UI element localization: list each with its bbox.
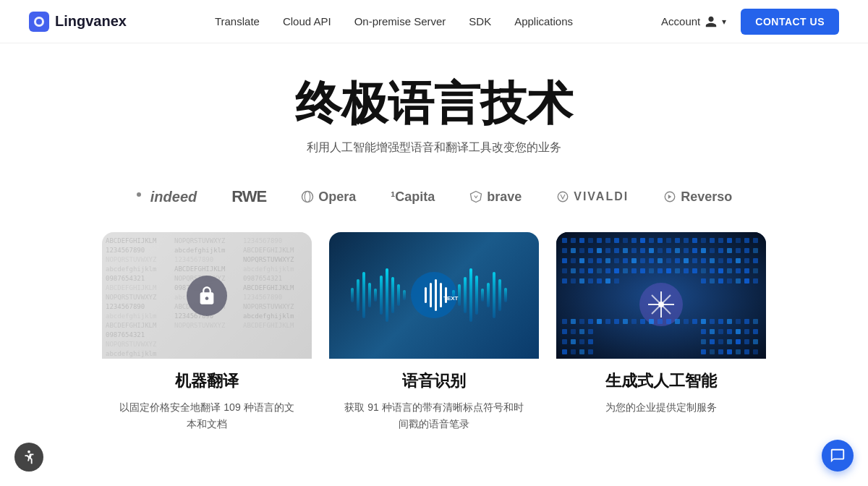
- contact-us-button[interactable]: CONTACT US: [741, 9, 839, 35]
- svg-text:ABCDEFGHIJKLM: ABCDEFGHIJKLM: [243, 322, 294, 329]
- svg-rect-85: [684, 238, 689, 243]
- svg-rect-56: [464, 277, 467, 313]
- svg-rect-225: [579, 349, 584, 354]
- svg-rect-114: [736, 248, 741, 253]
- svg-rect-51: [397, 284, 400, 306]
- svg-text:NOPQRSTUVWXYZ: NOPQRSTUVWXYZ: [174, 237, 226, 244]
- feature-cards: ABCDEFGHIJKLM 1234567890 NOPQRSTUVWXYZ a…: [0, 221, 868, 435]
- brave-icon: [469, 190, 482, 203]
- svg-rect-61: [493, 272, 495, 318]
- nav-on-premise[interactable]: On-premise Server: [354, 15, 446, 27]
- svg-rect-179: [571, 319, 576, 324]
- svg-rect-173: [718, 278, 723, 284]
- svg-rect-71: [562, 238, 567, 243]
- svg-rect-232: [744, 349, 749, 354]
- svg-rect-117: [562, 258, 567, 263]
- chat-bubble-button[interactable]: [822, 440, 854, 472]
- svg-rect-116: [753, 248, 758, 253]
- svg-rect-207: [718, 329, 723, 334]
- card-ai-desc: 为您的企业提供定制服务: [571, 399, 752, 415]
- svg-rect-67: [440, 283, 442, 307]
- svg-rect-196: [718, 319, 723, 324]
- svg-rect-205: [701, 329, 706, 334]
- svg-text:NOPQRSTUVWXYZ: NOPQRSTUVWXYZ: [174, 322, 226, 329]
- svg-rect-78: [623, 238, 628, 243]
- logo[interactable]: Lingvanex: [29, 12, 127, 32]
- svg-rect-132: [692, 258, 697, 263]
- waveform-svg: TEXT: [329, 232, 539, 359]
- svg-rect-92: [744, 238, 749, 243]
- card-translate-body: 机器翻译 以固定价格安全地翻译 109 种语言的文本和文档: [102, 359, 312, 435]
- svg-rect-90: [727, 238, 732, 243]
- logo-brave: brave: [469, 189, 522, 205]
- svg-text:ABCDEFGHIJKLM: ABCDEFGHIJKLM: [106, 284, 157, 291]
- svg-rect-165: [571, 278, 576, 284]
- ai-grid-svg: dots grid: [556, 232, 766, 359]
- svg-rect-115: [744, 248, 749, 253]
- svg-rect-120: [588, 258, 593, 263]
- svg-rect-86: [692, 238, 697, 243]
- svg-text:NOPQRSTUVWXYZ: NOPQRSTUVWXYZ: [243, 256, 294, 263]
- svg-rect-221: [744, 339, 749, 344]
- svg-rect-122: [605, 258, 610, 263]
- logo-text: Lingvanex: [55, 13, 127, 30]
- logo-vivaldi: VIVALDI: [556, 190, 629, 203]
- card-translate-image: ABCDEFGHIJKLM 1234567890 NOPQRSTUVWXYZ a…: [102, 232, 312, 359]
- svg-rect-104: [649, 248, 654, 253]
- svg-text:abcdefghijklm: abcdefghijklm: [106, 312, 156, 320]
- svg-rect-44: [357, 279, 359, 311]
- svg-rect-168: [597, 278, 602, 284]
- svg-rect-129: [666, 258, 671, 263]
- svg-rect-81: [649, 238, 654, 243]
- svg-text:ABCDEFGHIJKLM: ABCDEFGHIJKLM: [106, 322, 157, 329]
- svg-rect-45: [362, 272, 365, 318]
- svg-rect-119: [579, 258, 584, 263]
- svg-rect-233: [753, 349, 758, 354]
- svg-point-239: [27, 451, 30, 453]
- svg-rect-227: [701, 349, 706, 354]
- svg-rect-176: [744, 278, 749, 284]
- svg-rect-99: [605, 248, 610, 253]
- svg-rect-174: [727, 278, 732, 284]
- card-translate-title: 机器翻译: [116, 370, 297, 392]
- svg-rect-145: [605, 268, 610, 273]
- accessibility-button[interactable]: [14, 443, 43, 472]
- nav-links: Translate Cloud API On-premise Server SD…: [215, 15, 573, 27]
- svg-rect-213: [571, 339, 576, 344]
- svg-point-5: [305, 192, 310, 202]
- svg-rect-142: [579, 268, 584, 273]
- svg-rect-191: [675, 319, 680, 324]
- svg-rect-75: [597, 238, 602, 243]
- svg-rect-73: [579, 238, 584, 243]
- accessibility-icon: [21, 449, 37, 465]
- svg-rect-55: [458, 284, 461, 306]
- account-dropdown-icon: ▾: [722, 17, 726, 27]
- svg-rect-109: [692, 248, 697, 253]
- account-link[interactable]: Account ▾: [661, 15, 726, 28]
- svg-rect-118: [571, 258, 576, 263]
- nav-cloud-api[interactable]: Cloud API: [283, 15, 331, 27]
- svg-text:ABCDEFGHIJKLM: ABCDEFGHIJKLM: [174, 265, 226, 273]
- svg-rect-164: [562, 278, 567, 284]
- hero-section: 终极语言技术 利用人工智能增强型语音和翻译工具改变您的业务: [0, 43, 868, 173]
- svg-rect-197: [727, 319, 732, 324]
- svg-text:ABCDEFGHIJKLM: ABCDEFGHIJKLM: [243, 247, 294, 254]
- svg-rect-217: [710, 339, 715, 344]
- svg-text:0987654321: 0987654321: [106, 275, 145, 282]
- svg-rect-193: [692, 319, 697, 324]
- svg-rect-172: [710, 278, 715, 284]
- logo-icon: [29, 12, 49, 32]
- svg-rect-210: [744, 329, 749, 334]
- svg-rect-48: [380, 276, 383, 315]
- svg-rect-208: [727, 329, 732, 334]
- svg-rect-126: [640, 258, 645, 263]
- svg-rect-169: [605, 278, 610, 284]
- nav-sdk[interactable]: SDK: [469, 15, 491, 27]
- svg-rect-220: [736, 339, 741, 344]
- reverso-icon: [663, 190, 676, 203]
- svg-point-4: [302, 192, 313, 202]
- svg-rect-195: [710, 319, 715, 324]
- svg-rect-177: [753, 278, 758, 284]
- nav-applications[interactable]: Applications: [514, 15, 573, 27]
- nav-translate[interactable]: Translate: [215, 15, 260, 27]
